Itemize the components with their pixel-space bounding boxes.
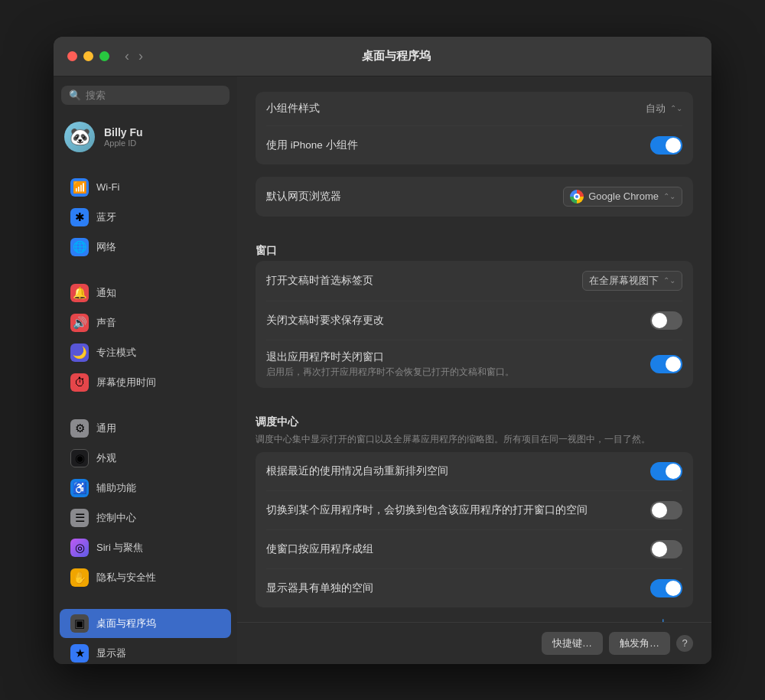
- sidebar-item-label: 蓝牙: [96, 210, 116, 224]
- focus-icon: 🌙: [70, 343, 89, 362]
- sidebar-item-desktop[interactable]: ▣ 桌面与程序坞: [60, 609, 231, 638]
- separate-display-label: 显示器具有单独的空间: [266, 581, 650, 595]
- sidebar-item-network[interactable]: 🌐 网络: [60, 233, 231, 262]
- main-window: ‹ › 桌面与程序坞 🔍 🐼 Billy Fu Apple ID: [54, 37, 711, 664]
- group-by-app-row: 使窗口按应用程序成组: [266, 530, 682, 569]
- preferred-tab-value: 在全屏幕视图下: [589, 274, 659, 288]
- preferred-tab-row: 打开文稿时首选标签页 在全屏幕视图下 ⌃⌄: [266, 261, 682, 301]
- sidebar-item-wifi[interactable]: 📶 Wi-Fi: [60, 173, 231, 202]
- sidebar-item-sound[interactable]: 🔊 声音: [60, 308, 231, 337]
- back-button[interactable]: ‹: [122, 49, 132, 63]
- arrow-down-indicator: ↓: [658, 612, 669, 622]
- preferred-tab-label: 打开文稿时首选标签页: [266, 274, 582, 288]
- group-by-app-toggle[interactable]: [650, 540, 682, 558]
- sidebar-item-notifications[interactable]: 🔔 通知: [60, 278, 231, 308]
- notifications-icon: 🔔: [70, 284, 89, 302]
- mission-control-header: 调度中心: [256, 415, 693, 429]
- forward-button[interactable]: ›: [135, 49, 146, 63]
- browser-arrow: ⌃⌄: [663, 192, 675, 200]
- right-area: 小组件样式 自动 ⌃⌄ 使用 iPhone 小组件: [237, 77, 711, 664]
- sidebar-section-desktop: ▣ 桌面与程序坞 ★ 显示器 🖼 墙纸: [54, 605, 237, 664]
- main-content: 🔍 🐼 Billy Fu Apple ID 📶 Wi-Fi: [54, 77, 711, 664]
- auto-rearrange-label: 根据最近的使用情况自动重新排列空间: [266, 464, 650, 478]
- ask-keep-toggle[interactable]: [650, 311, 682, 330]
- sidebar-item-label: 通用: [96, 422, 116, 435]
- search-bar[interactable]: 🔍: [61, 86, 230, 105]
- toggle-knob: [652, 313, 667, 328]
- switch-space-toggle[interactable]: [650, 501, 682, 519]
- widget-style-text: 自动: [646, 102, 666, 116]
- display-icon: ★: [70, 644, 89, 663]
- user-profile-item[interactable]: 🐼 Billy Fu Apple ID: [54, 114, 237, 160]
- mission-control-group: 根据最近的使用情况自动重新排列空间 切换到某个应用程序时，会切换到包含该应用程序…: [256, 452, 693, 607]
- search-icon: 🔍: [69, 90, 81, 101]
- browser-select[interactable]: Google Chrome ⌃⌄: [563, 187, 682, 207]
- network-icon: 🌐: [70, 238, 89, 256]
- sidebar-item-general[interactable]: ⚙ 通用: [60, 414, 231, 443]
- browser-group: 默认网页浏览器 Google Chrome ⌃⌄: [256, 177, 693, 217]
- sidebar-item-siri[interactable]: ◎ Siri 与聚焦: [60, 533, 231, 562]
- sidebar-item-label: 通知: [96, 286, 116, 300]
- switch-space-label: 切换到某个应用程序时，会切换到包含该应用程序的打开窗口的空间: [266, 503, 650, 517]
- iphone-widgets-toggle[interactable]: [650, 136, 682, 155]
- toggle-knob: [652, 503, 667, 518]
- close-button[interactable]: [67, 51, 77, 61]
- toggle-knob: [666, 357, 681, 372]
- browser-value: Google Chrome: [588, 190, 659, 202]
- help-button[interactable]: ?: [676, 635, 693, 652]
- traffic-lights: [67, 51, 109, 61]
- hotcorner-button[interactable]: 触发角…: [609, 632, 670, 655]
- separate-display-row: 显示器具有单独的空间 ↓: [266, 569, 682, 607]
- privacy-icon: ✋: [70, 568, 89, 587]
- window-section-header: 窗口: [256, 244, 693, 258]
- close-windows-row: 退出应用程序时关闭窗口 启用后，再次打开应用程序时不会恢复已打开的文稿和窗口。: [266, 340, 682, 388]
- toggle-knob: [666, 138, 681, 153]
- sidebar-item-screentime[interactable]: ⏱ 屏幕使用时间: [60, 368, 231, 397]
- maximize-button[interactable]: [99, 51, 109, 61]
- close-windows-toggle[interactable]: [650, 355, 682, 373]
- bottom-bar: 快捷键… 触发角… ?: [237, 622, 711, 664]
- chrome-inner: [574, 194, 580, 200]
- preferred-tab-select[interactable]: 在全屏幕视图下 ⌃⌄: [582, 271, 682, 291]
- sidebar-item-label: 桌面与程序坞: [96, 617, 156, 630]
- sidebar-item-accessibility[interactable]: ♿ 辅助功能: [60, 474, 231, 503]
- separate-display-toggle[interactable]: [650, 579, 682, 597]
- toggle-knob: [652, 542, 667, 557]
- auto-rearrange-toggle[interactable]: [650, 462, 682, 480]
- sidebar-item-appearance[interactable]: ◉ 外观: [60, 444, 231, 473]
- sidebar-item-label: 屏幕使用时间: [96, 376, 156, 389]
- iphone-widgets-label: 使用 iPhone 小组件: [266, 138, 650, 152]
- mission-control-desc: 调度中心集中显示打开的窗口以及全屏幕应用程序的缩略图。所有项目在同一视图中，一目…: [256, 432, 693, 446]
- sidebar-section-notifications: 🔔 通知 🔊 声音 🌙 专注模式 ⏱ 屏幕使用时间: [54, 275, 237, 401]
- minimize-button[interactable]: [83, 51, 93, 61]
- window-title: 桌面与程序坞: [155, 49, 636, 63]
- sidebar-item-label: 隐私与安全性: [96, 571, 156, 584]
- siri-icon: ◎: [70, 539, 89, 557]
- accessibility-icon: ♿: [70, 479, 89, 497]
- user-name: Billy Fu: [104, 126, 143, 138]
- group-by-app-label: 使窗口按应用程序成组: [266, 542, 650, 556]
- sidebar-section-network: 📶 Wi-Fi ✱ 蓝牙 🌐 网络: [54, 169, 237, 265]
- widget-style-row: 小组件样式 自动 ⌃⌄: [266, 92, 682, 126]
- user-subtitle: Apple ID: [104, 138, 143, 148]
- desktop-icon: ▣: [70, 614, 89, 633]
- sidebar-item-bluetooth[interactable]: ✱ 蓝牙: [60, 203, 231, 232]
- window-group: 打开文稿时首选标签页 在全屏幕视图下 ⌃⌄ 关闭文稿时要求保存更改: [256, 261, 693, 388]
- sidebar-item-label: Wi-Fi: [96, 181, 119, 193]
- sidebar-item-label: 外观: [96, 451, 116, 465]
- sidebar: 🔍 🐼 Billy Fu Apple ID 📶 Wi-Fi: [54, 77, 237, 664]
- sidebar-item-focus[interactable]: 🌙 专注模式: [60, 338, 231, 367]
- sidebar-item-label: 辅助功能: [96, 481, 136, 495]
- avatar: 🐼: [64, 122, 95, 152]
- sidebar-item-control[interactable]: ☰ 控制中心: [60, 503, 231, 532]
- ask-keep-label: 关闭文稿时要求保存更改: [266, 314, 650, 327]
- auto-rearrange-row: 根据最近的使用情况自动重新排列空间: [266, 452, 682, 491]
- switch-space-row: 切换到某个应用程序时，会切换到包含该应用程序的打开窗口的空间: [266, 491, 682, 530]
- shortcut-button[interactable]: 快捷键…: [542, 632, 603, 655]
- sidebar-item-label: 网络: [96, 240, 116, 254]
- sidebar-item-display[interactable]: ★ 显示器: [60, 639, 231, 664]
- user-info: Billy Fu Apple ID: [104, 126, 143, 148]
- search-input[interactable]: [86, 90, 222, 101]
- sidebar-item-privacy[interactable]: ✋ 隐私与安全性: [60, 563, 231, 592]
- sidebar-item-label: 控制中心: [96, 511, 136, 525]
